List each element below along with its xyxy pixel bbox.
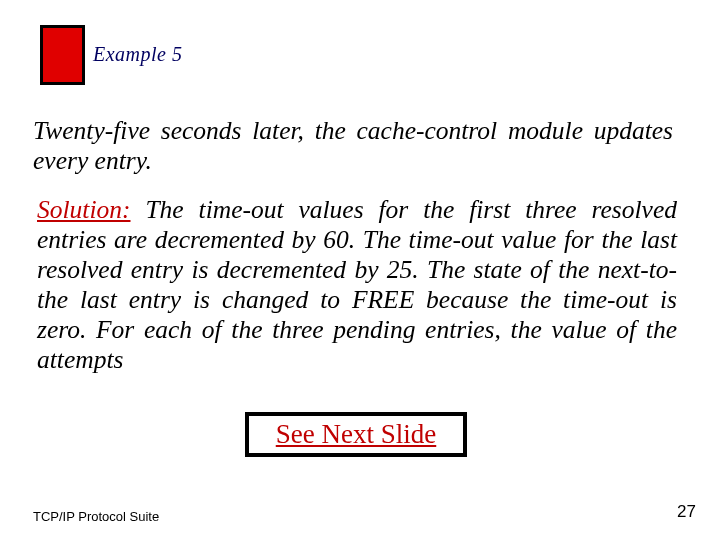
solution-block: Solution: The time-out values for the fi… [37,195,677,375]
page-number: 27 [677,502,696,522]
solution-body: The time-out values for the first three … [37,195,677,374]
prompt-text: Twenty-five seconds later, the cache-con… [33,116,673,176]
slide: Example 5 Twenty-five seconds later, the… [0,0,720,540]
see-next-slide-button[interactable]: See Next Slide [245,412,467,457]
footer-title: TCP/IP Protocol Suite [33,509,159,524]
see-next-slide-label: See Next Slide [276,419,436,450]
solution-label: Solution: [37,195,131,224]
accent-box [40,25,85,85]
example-title: Example 5 [93,43,182,66]
